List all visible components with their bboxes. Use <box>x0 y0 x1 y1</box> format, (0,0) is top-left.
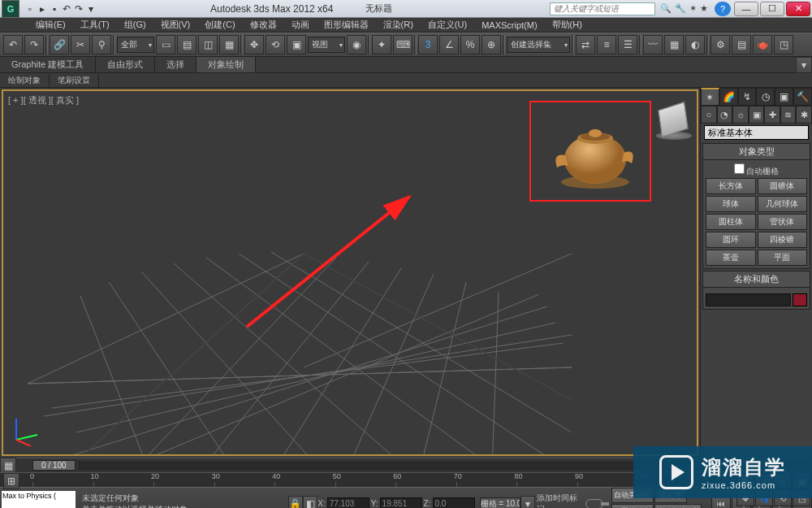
comm-icon[interactable]: ✶ <box>689 3 697 14</box>
menu-edit[interactable]: 编辑(E) <box>29 17 72 33</box>
object-color-swatch[interactable] <box>793 293 807 306</box>
render-setup-icon[interactable]: ⚙ <box>710 35 730 54</box>
cat-spacewarps-icon[interactable]: ≋ <box>780 106 797 124</box>
cat-shapes-icon[interactable]: ◔ <box>717 106 733 124</box>
keyfilter-button[interactable]: 关键点过滤器 <box>654 504 702 508</box>
set-key-icon[interactable] <box>585 499 603 509</box>
maximize-button[interactable]: ☐ <box>760 2 784 16</box>
coord-z-field[interactable] <box>433 497 475 509</box>
select-name-icon[interactable]: ▤ <box>177 35 197 54</box>
tab-modify-icon[interactable]: 🌈 <box>719 88 738 106</box>
tab-utilities-icon[interactable]: 🔨 <box>793 88 812 106</box>
coord-y-field[interactable] <box>380 497 422 509</box>
qat-open-icon[interactable]: ▸ <box>37 3 48 15</box>
ribbon-tab-freeform[interactable]: 自由形式 <box>96 57 155 72</box>
binoculars-icon[interactable]: 🔍 <box>660 3 672 14</box>
menu-group[interactable]: 组(G) <box>118 17 153 33</box>
bind-icon[interactable]: ⚲ <box>92 35 111 54</box>
select-icon[interactable]: ▭ <box>156 35 175 54</box>
select-region-icon[interactable]: ◫ <box>198 35 218 54</box>
move-icon[interactable]: ✥ <box>244 35 264 54</box>
cat-cameras-icon[interactable]: ▣ <box>749 106 765 124</box>
tab-motion-icon[interactable]: ◷ <box>756 88 775 106</box>
qat-redo-icon[interactable]: ↷ <box>73 3 84 15</box>
btn-pyramid[interactable]: 四棱锥 <box>758 232 808 248</box>
autogrid-checkbox[interactable]: 自动栅格 <box>706 163 807 178</box>
keyboard-icon[interactable]: ⌨ <box>393 35 412 54</box>
btn-box[interactable]: 长方体 <box>706 178 756 194</box>
search-input[interactable] <box>550 2 655 15</box>
cat-geometry-icon[interactable]: ○ <box>701 106 717 124</box>
perspective-viewport[interactable]: [ + ][ 透视 ][ 真实 ] <box>2 89 698 456</box>
menu-animation[interactable]: 动画 <box>285 17 316 33</box>
ribbon-tab-selection[interactable]: 选择 <box>155 57 197 72</box>
isolate-icon[interactable]: ◧ <box>303 496 317 509</box>
primitive-category-dropdown[interactable]: 标准基本体 <box>704 125 809 140</box>
btn-sphere[interactable]: 球体 <box>706 196 756 212</box>
render-frame-icon[interactable]: ▤ <box>732 35 751 54</box>
minimize-button[interactable]: — <box>734 2 758 16</box>
lock-selection-icon[interactable]: 🔒 <box>288 496 303 509</box>
tab-hierarchy-icon[interactable]: ↯ <box>738 88 757 106</box>
curve-editor-icon[interactable]: 〰 <box>643 35 663 54</box>
rollout-object-type-header[interactable]: 对象类型 <box>702 143 810 160</box>
close-button[interactable]: ✕ <box>786 2 810 16</box>
schematic-icon[interactable]: ▦ <box>664 35 684 54</box>
menu-create[interactable]: 创建(C) <box>198 17 241 33</box>
trackbar-toggle-icon[interactable]: ⊞ <box>3 473 19 489</box>
menu-maxscript[interactable]: MAXScript(M) <box>475 19 543 32</box>
manip-icon[interactable]: ✦ <box>372 35 391 54</box>
align-icon[interactable]: ≡ <box>597 35 616 54</box>
spinner-snap-icon[interactable]: ⊕ <box>482 35 501 54</box>
snap-icon[interactable]: 3 <box>418 35 438 54</box>
time-slider-handle[interactable]: 0 / 100 <box>32 460 76 471</box>
coord-x-field[interactable] <box>327 497 369 509</box>
menu-help[interactable]: 帮助(H) <box>546 17 589 33</box>
ribbon-tab-objectpaint[interactable]: 对象绘制 <box>197 57 256 72</box>
ribbon-sub-brush[interactable]: 笔刷设置 <box>50 74 99 87</box>
rollout-name-color-header[interactable]: 名称和颜色 <box>702 271 810 288</box>
menu-views[interactable]: 视图(V) <box>154 17 197 33</box>
viewcube[interactable] <box>656 102 690 137</box>
render-icon[interactable]: 🫖 <box>753 35 772 54</box>
named-selection-dropdown[interactable]: 创建选择集 <box>507 37 570 53</box>
qat-save-icon[interactable]: ▪ <box>49 3 60 15</box>
tab-create-icon[interactable]: ✶ <box>701 88 719 106</box>
ribbon-tab-graphite[interactable]: Graphite 建模工具 <box>0 57 96 72</box>
object-name-input[interactable] <box>706 293 791 306</box>
ribbon-sub-paint[interactable]: 绘制对象 <box>0 74 50 87</box>
menu-modifiers[interactable]: 修改器 <box>244 17 283 33</box>
btn-torus[interactable]: 圆环 <box>706 232 756 248</box>
selection-filter[interactable]: 全部 <box>117 37 154 53</box>
cat-systems-icon[interactable]: ✱ <box>796 106 812 124</box>
btn-geosphere[interactable]: 几何球体 <box>758 196 808 212</box>
menu-rendering[interactable]: 渲染(R) <box>377 17 420 33</box>
rotate-icon[interactable]: ⟲ <box>266 35 285 54</box>
qat-more-icon[interactable]: ▾ <box>85 3 97 15</box>
material-editor-icon[interactable]: ◐ <box>685 35 705 54</box>
cat-helpers-icon[interactable]: ✚ <box>764 106 780 124</box>
time-config-icon[interactable]: ▦ <box>0 458 16 474</box>
render-prod-icon[interactable]: ◳ <box>774 35 793 54</box>
ref-coord-dropdown[interactable]: 视图 <box>308 37 345 53</box>
btn-teapot[interactable]: 茶壶 <box>706 250 756 266</box>
app-icon[interactable]: G <box>2 0 19 18</box>
ribbon-min-icon[interactable]: ▾ <box>796 57 812 73</box>
link-icon[interactable]: 🔗 <box>50 35 69 54</box>
tab-display-icon[interactable]: ▣ <box>775 88 793 106</box>
percent-snap-icon[interactable]: % <box>460 35 480 54</box>
setkey-button[interactable]: 设置关键点 <box>611 504 654 508</box>
menu-grapheditors[interactable]: 图形编辑器 <box>317 17 375 33</box>
star-icon[interactable]: ★ <box>700 3 708 14</box>
add-time-tag-label[interactable]: 添加时间标记 <box>537 493 581 509</box>
help-button[interactable]: ? <box>715 2 731 16</box>
redo-icon[interactable]: ↷ <box>24 35 44 54</box>
angle-snap-icon[interactable]: ∠ <box>439 35 459 54</box>
menu-tools[interactable]: 工具(T) <box>74 17 116 33</box>
window-crossing-icon[interactable]: ▦ <box>219 35 239 54</box>
pivot-icon[interactable]: ◉ <box>347 35 366 54</box>
cat-lights-icon[interactable]: ☼ <box>732 106 749 124</box>
time-tag-icon[interactable]: ▾ <box>520 496 535 509</box>
layers-icon[interactable]: ☰ <box>618 35 637 54</box>
mirror-icon[interactable]: ⇄ <box>576 35 595 54</box>
